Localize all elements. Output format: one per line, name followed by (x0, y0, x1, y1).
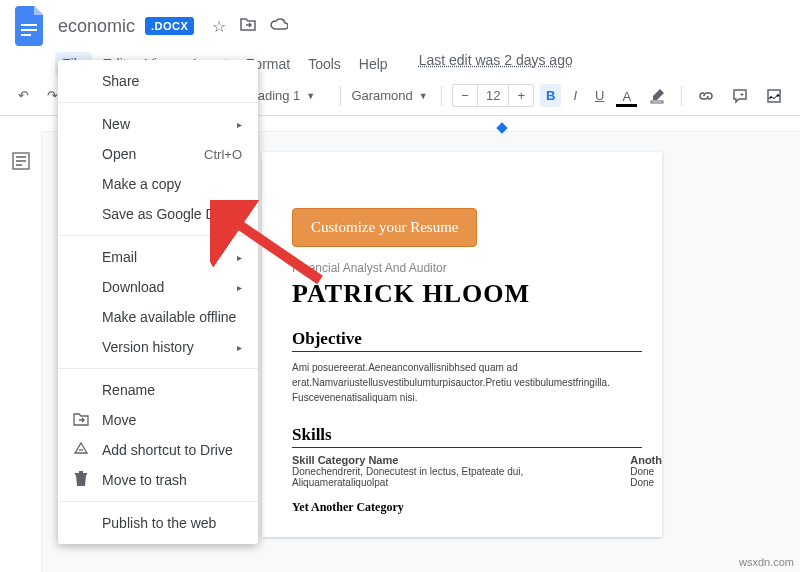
menu-new[interactable]: New▸ (58, 109, 258, 139)
menu-version-history[interactable]: Version history▸ (58, 332, 258, 362)
submenu-arrow-icon: ▸ (237, 282, 242, 293)
resume-name: PATRICK HLOOM (292, 279, 662, 309)
menu-tools[interactable]: Tools (301, 52, 348, 76)
drive-shortcut-icon (72, 441, 90, 460)
menu-share[interactable]: Share (58, 66, 258, 96)
svg-rect-0 (21, 24, 37, 26)
document-page[interactable]: Customize your Resume Financial Analyst … (262, 152, 662, 537)
menu-email[interactable]: Email▸ (58, 242, 258, 272)
objective-heading: Objective (292, 329, 642, 352)
menu-save-as-google-docs[interactable]: Save as Google Docs (58, 199, 258, 229)
skill-col-1: Skill Category Name Donechendrerit, Done… (292, 454, 550, 488)
skill-col-2: Anoth Done Done (630, 454, 662, 488)
doc-title[interactable]: economic (58, 16, 135, 37)
ruler-indent-marker[interactable] (496, 122, 507, 133)
docx-badge: .DOCX (145, 17, 194, 35)
resume-subtitle: Financial Analyst And Auditor (292, 261, 662, 275)
fontsize-plus[interactable]: + (509, 85, 533, 106)
submenu-arrow-icon: ▸ (237, 252, 242, 263)
outline-icon[interactable] (6, 146, 36, 180)
fontsize-minus[interactable]: − (453, 85, 477, 106)
italic-button[interactable]: I (567, 84, 583, 107)
comment-icon[interactable] (726, 84, 754, 108)
last-edit-link[interactable]: Last edit was 2 days ago (419, 52, 573, 76)
menu-offline[interactable]: Make available offline (58, 302, 258, 332)
submenu-arrow-icon: ▸ (237, 119, 242, 130)
font-color-button[interactable]: A (616, 85, 637, 107)
trash-icon (72, 471, 90, 490)
svg-rect-3 (651, 101, 663, 103)
highlight-button[interactable] (643, 84, 671, 108)
menu-add-shortcut[interactable]: Add shortcut to Drive (58, 435, 258, 465)
heading-select[interactable]: eading 1▼ (250, 88, 330, 103)
font-select[interactable]: Garamond▼ (351, 88, 431, 103)
left-sidebar (0, 132, 42, 572)
svg-rect-1 (21, 29, 37, 31)
link-icon[interactable] (692, 84, 720, 108)
menu-publish-web[interactable]: Publish to the web (58, 508, 258, 538)
customize-resume-button[interactable]: Customize your Resume (292, 208, 477, 247)
menu-open[interactable]: OpenCtrl+O (58, 139, 258, 169)
star-icon[interactable]: ☆ (212, 17, 226, 36)
underline-button[interactable]: U (589, 84, 610, 107)
menu-download[interactable]: Download▸ (58, 272, 258, 302)
image-icon[interactable] (760, 84, 788, 108)
docs-logo-icon[interactable] (12, 8, 48, 44)
objective-text: Ami posuereerat.Aeneanconvallisnibhsed q… (292, 360, 642, 405)
yet-another-heading: Yet Another Category (292, 500, 642, 517)
fontsize-value[interactable]: 12 (477, 85, 509, 106)
fontsize-stepper[interactable]: − 12 + (452, 84, 534, 107)
menu-help[interactable]: Help (352, 52, 395, 76)
menu-move[interactable]: Move (58, 405, 258, 435)
bold-button[interactable]: B (540, 84, 561, 107)
menu-rename[interactable]: Rename (58, 375, 258, 405)
watermark: wsxdn.com (739, 556, 794, 568)
menu-move-trash[interactable]: Move to trash (58, 465, 258, 495)
header-bar: economic .DOCX ☆ (0, 0, 800, 52)
move-icon (72, 412, 90, 429)
cloud-icon[interactable] (270, 17, 288, 36)
svg-rect-2 (21, 34, 31, 36)
skills-heading: Skills (292, 425, 642, 448)
undo-icon[interactable]: ↶ (12, 84, 35, 107)
move-folder-icon[interactable] (240, 17, 256, 36)
submenu-arrow-icon: ▸ (237, 342, 242, 353)
file-dropdown-menu: Share New▸ OpenCtrl+O Make a copy Save a… (58, 60, 258, 544)
menu-make-copy[interactable]: Make a copy (58, 169, 258, 199)
